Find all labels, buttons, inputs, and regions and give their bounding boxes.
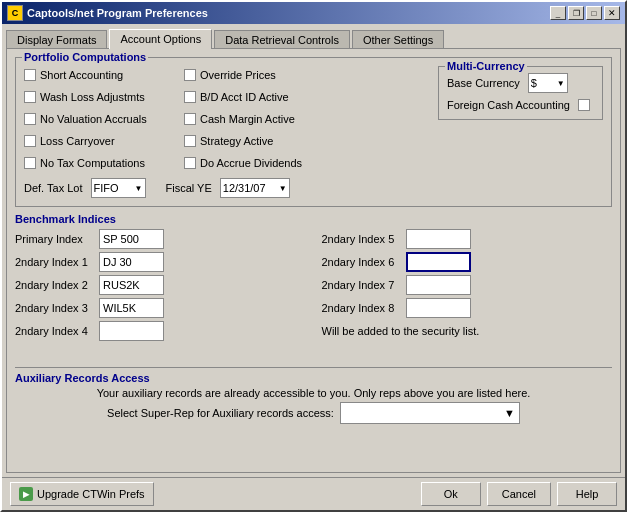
primary-index-label: Primary Index: [15, 233, 95, 245]
def-tax-lot-label: Def. Tax Lot: [24, 182, 83, 194]
2ndary-index1-row: 2ndary Index 1: [15, 252, 306, 272]
def-tax-row: Def. Tax Lot FIFO ▼ Fiscal YE 12/31/07 ▼: [24, 178, 603, 198]
short-accounting-checkbox[interactable]: [24, 69, 36, 81]
right-buttons: Ok Cancel Help: [421, 482, 617, 506]
cancel-button[interactable]: Cancel: [487, 482, 551, 506]
aux-records-note: Your auxiliary records are already acces…: [15, 387, 612, 399]
no-tax-checkbox[interactable]: [24, 157, 36, 169]
close-button[interactable]: ✕: [604, 6, 620, 20]
tab-display-formats[interactable]: Display Formats: [6, 30, 107, 50]
2ndary-index3-label: 2ndary Index 3: [15, 302, 95, 314]
help-button[interactable]: Help: [557, 482, 617, 506]
no-tax-row: No Tax Computations: [24, 154, 184, 172]
override-prices-row: Override Prices: [184, 66, 344, 84]
content-area: Portfolio Computations Short Accounting …: [6, 48, 621, 473]
security-note-row: Will be added to the security list.: [322, 321, 613, 341]
2ndary-index4-input[interactable]: [99, 321, 164, 341]
2ndary-index6-row: 2ndary Index 6: [322, 252, 613, 272]
fiscal-ye-arrow: ▼: [279, 184, 287, 193]
aux-select-row: Select Super-Rep for Auxiliary records a…: [15, 402, 612, 424]
aux-records-section: Auxiliary Records Access Your auxiliary …: [15, 367, 612, 424]
def-tax-lot-select[interactable]: FIFO ▼: [91, 178, 146, 198]
2ndary-index5-label: 2ndary Index 5: [322, 233, 402, 245]
benchmark-section: Benchmark Indices Primary Index 2ndary I…: [15, 213, 612, 341]
foreign-cash-checkbox[interactable]: [578, 99, 590, 111]
cash-margin-checkbox[interactable]: [184, 113, 196, 125]
title-bar: C Captools/net Program Preferences _ ❐ □…: [2, 2, 625, 24]
2ndary-index5-row: 2ndary Index 5: [322, 229, 613, 249]
base-currency-select[interactable]: $ ▼: [528, 73, 568, 93]
tab-other-settings[interactable]: Other Settings: [352, 30, 444, 50]
restore-button[interactable]: ❐: [568, 6, 584, 20]
title-buttons: _ ❐ □ ✕: [550, 6, 620, 20]
2ndary-index6-input[interactable]: [406, 252, 471, 272]
2ndary-index1-label: 2ndary Index 1: [15, 256, 95, 268]
2ndary-index2-label: 2ndary Index 2: [15, 279, 95, 291]
override-prices-label: Override Prices: [200, 69, 276, 81]
upgrade-icon: ▶: [19, 487, 33, 501]
2ndary-index2-input[interactable]: [99, 275, 164, 295]
portfolio-computations-label: Portfolio Computations: [22, 51, 148, 63]
ok-button[interactable]: Ok: [421, 482, 481, 506]
aux-select-arrow: ▼: [504, 407, 515, 419]
fiscal-ye-label: Fiscal YE: [166, 182, 212, 194]
no-valuation-label: No Valuation Accruals: [40, 113, 147, 125]
wash-loss-row: Wash Loss Adjustmts: [24, 88, 184, 106]
loss-carryover-row: Loss Carryover: [24, 132, 184, 150]
2ndary-index5-input[interactable]: [406, 229, 471, 249]
aux-records-select[interactable]: ▼: [340, 402, 520, 424]
no-tax-label: No Tax Computations: [40, 157, 145, 169]
2ndary-index1-input[interactable]: [99, 252, 164, 272]
loss-carryover-checkbox[interactable]: [24, 135, 36, 147]
tab-bar: Display Formats Account Options Data Ret…: [2, 24, 625, 48]
base-currency-row: Base Currency $ ▼: [447, 73, 594, 93]
2ndary-index8-row: 2ndary Index 8: [322, 298, 613, 318]
strategy-active-checkbox[interactable]: [184, 135, 196, 147]
2ndary-index7-label: 2ndary Index 7: [322, 279, 402, 291]
base-currency-arrow: ▼: [557, 79, 565, 88]
2ndary-index3-row: 2ndary Index 3: [15, 298, 306, 318]
override-prices-checkbox[interactable]: [184, 69, 196, 81]
primary-index-row: Primary Index: [15, 229, 306, 249]
strategy-active-row: Strategy Active: [184, 132, 344, 150]
aux-records-label: Auxiliary Records Access: [15, 372, 150, 384]
2ndary-index8-input[interactable]: [406, 298, 471, 318]
foreign-cash-label: Foreign Cash Accounting: [447, 99, 570, 111]
upgrade-button[interactable]: ▶ Upgrade CTWin Prefs: [10, 482, 154, 506]
portfolio-col1: Short Accounting Wash Loss Adjustmts No …: [24, 66, 184, 172]
no-valuation-checkbox[interactable]: [24, 113, 36, 125]
wash-loss-checkbox[interactable]: [24, 91, 36, 103]
2ndary-index3-input[interactable]: [99, 298, 164, 318]
bottom-buttons: ▶ Upgrade CTWin Prefs Ok Cancel Help: [2, 477, 625, 510]
security-note-text: Will be added to the security list.: [322, 325, 480, 337]
aux-select-label: Select Super-Rep for Auxiliary records a…: [107, 407, 334, 419]
no-valuation-row: No Valuation Accruals: [24, 110, 184, 128]
2ndary-index4-row: 2ndary Index 4: [15, 321, 306, 341]
tab-data-retrieval[interactable]: Data Retrieval Controls: [214, 30, 350, 50]
bd-acct-checkbox[interactable]: [184, 91, 196, 103]
cash-margin-row: Cash Margin Active: [184, 110, 344, 128]
tab-account-options[interactable]: Account Options: [109, 29, 212, 49]
2ndary-index6-label: 2ndary Index 6: [322, 256, 402, 268]
2ndary-index2-row: 2ndary Index 2: [15, 275, 306, 295]
def-tax-lot-arrow: ▼: [135, 184, 143, 193]
short-accounting-label: Short Accounting: [40, 69, 123, 81]
2ndary-index4-label: 2ndary Index 4: [15, 325, 95, 337]
benchmark-indices-label: Benchmark Indices: [15, 213, 116, 225]
primary-index-input[interactable]: [99, 229, 164, 249]
fiscal-ye-select[interactable]: 12/31/07 ▼: [220, 178, 290, 198]
do-accrue-row: Do Accrue Dividends: [184, 154, 344, 172]
maximize-button[interactable]: □: [586, 6, 602, 20]
2ndary-index7-input[interactable]: [406, 275, 471, 295]
app-icon: C: [7, 5, 23, 21]
wash-loss-label: Wash Loss Adjustmts: [40, 91, 145, 103]
2ndary-index7-row: 2ndary Index 7: [322, 275, 613, 295]
bd-acct-label: B/D Acct ID Active: [200, 91, 289, 103]
multi-currency-label: Multi-Currency: [445, 60, 527, 72]
short-accounting-row: Short Accounting: [24, 66, 184, 84]
foreign-cash-row: Foreign Cash Accounting: [447, 99, 594, 111]
do-accrue-checkbox[interactable]: [184, 157, 196, 169]
benchmark-grid: Primary Index 2ndary Index 5 2ndary Inde…: [15, 229, 612, 341]
minimize-button[interactable]: _: [550, 6, 566, 20]
strategy-active-label: Strategy Active: [200, 135, 273, 147]
